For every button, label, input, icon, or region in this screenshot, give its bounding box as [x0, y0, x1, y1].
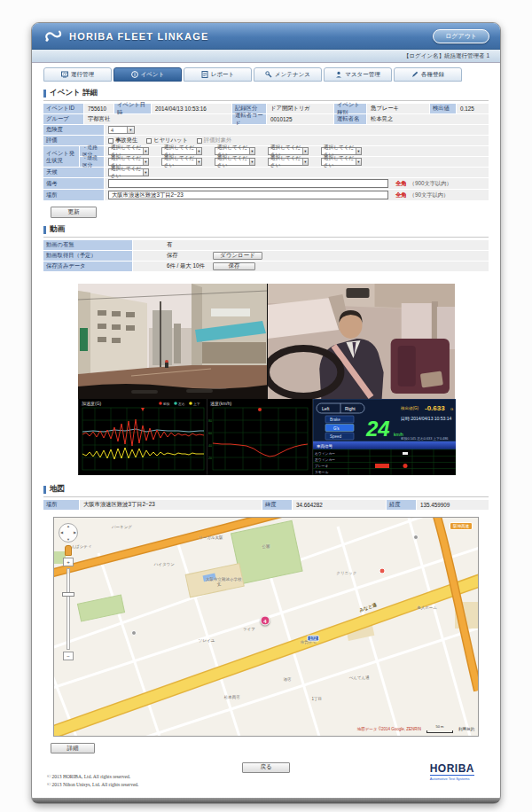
risk-select[interactable]: 4 ▾	[108, 126, 135, 134]
group-label: グループ	[43, 114, 83, 124]
map-pan-control[interactable]: ▲ ▼ ◀ ▶	[59, 523, 78, 543]
chevron-down-icon: ▾	[143, 148, 148, 154]
zoom-slider-handle[interactable]	[62, 592, 74, 597]
place-hint-em: 全角	[395, 191, 407, 199]
note-hint-em: 全角	[395, 180, 407, 188]
svg-text:20: 20	[208, 457, 212, 460]
pegman-control[interactable]	[65, 545, 72, 556]
video-availability-label: 動画の有無	[43, 240, 132, 250]
fleet-linkage-logo-icon	[43, 29, 64, 43]
highway-label: 阪神高速	[450, 522, 473, 530]
window-bottom-edge	[32, 798, 500, 803]
detail-button[interactable]: 詳細	[51, 743, 95, 753]
content: 運行管理 イベント レポート メンテナンス マスター管理 各種登録	[32, 63, 500, 795]
map-label: クリニック	[336, 570, 356, 574]
longitude-label: 経度	[387, 500, 416, 510]
download-button[interactable]: ダウンロード	[213, 252, 262, 260]
logout-button[interactable]: ログアウト	[433, 29, 489, 43]
driver-name-label: 運転者名	[334, 114, 366, 124]
checkbox-icon	[146, 138, 152, 144]
map-terms-link[interactable]: 利用規約	[458, 727, 474, 731]
longitude-value: 135.459909	[417, 500, 489, 510]
map-footer: 地図データ ©2014 Google, ZENRIN 50 m 利用規約	[357, 724, 474, 733]
pan-down-icon[interactable]: ▼	[66, 537, 70, 542]
signal-right-blinker: 右ウィンカー	[315, 451, 335, 456]
accel-graph-label: 加速度(G)	[82, 401, 102, 407]
svg-text:80: 80	[208, 419, 212, 423]
chevron-down-icon: ▾	[196, 159, 201, 165]
latitude-label: 緯度	[262, 500, 292, 510]
zoom-in-button[interactable]: +	[63, 558, 74, 566]
video-saved-value: 6件 / 最大 10件	[137, 262, 213, 270]
svg-text:40: 40	[208, 444, 212, 448]
detect-value-label: 検出値	[430, 104, 456, 113]
latitude-value: 34.664282	[293, 500, 386, 510]
signal-left-blinker: 左ウィンカー	[315, 457, 335, 462]
map-place-value: 大阪市浪速区難波3丁目2−23	[80, 500, 262, 510]
back-button[interactable]: 戻る	[242, 762, 290, 773]
event-map-marker[interactable]: 4	[261, 616, 270, 626]
copyright-horiba: © 2013 HORIBA, Ltd. All rights reserved.	[47, 773, 489, 782]
section-title: 動画	[50, 224, 65, 235]
speed-graph: 速度(km/h) 80 60 40 20	[207, 399, 312, 475]
chevron-down-icon: ▾	[302, 159, 308, 165]
acceleration-graph: 加速度(G) 前後 左右 上下	[78, 399, 207, 475]
street-scene-image	[78, 284, 268, 399]
chevron-down-icon: ▾	[127, 127, 134, 133]
record-type-value: ドア開閉トリガ	[267, 104, 333, 113]
tab-report[interactable]: レポート	[184, 67, 252, 82]
event-id-value: 755610	[84, 104, 113, 113]
gs-button[interactable]: G's	[333, 426, 340, 431]
update-button[interactable]: 更新	[51, 207, 97, 218]
env-type-sublabel: ・環境区分	[80, 157, 104, 167]
env-type-select-5[interactable]: 選択してください▾	[321, 158, 362, 166]
weather-select[interactable]: 選択してください▾	[108, 168, 149, 176]
chevron-down-icon: ▾	[249, 148, 254, 154]
video-row-acquisition: 動画取得日（予定） 保存 ダウンロード	[43, 251, 489, 261]
video-section-header: 動画	[43, 224, 489, 238]
video-row-saved: 保存済みデータ 6件 / 最大 10件 保存	[43, 262, 489, 271]
map-label: パーキング	[112, 524, 132, 528]
save-button[interactable]: 保存	[213, 262, 255, 270]
map-canvas[interactable]: 文 パーキング なんばシティ リーガル大阪 ハイタウン 大阪市立難波小学校 公園…	[53, 517, 479, 737]
tab-master-management[interactable]: マスター管理	[324, 67, 392, 82]
speed-button[interactable]: Speed	[330, 434, 342, 439]
tab-event[interactable]: イベント	[113, 67, 182, 82]
place-label: 場所	[43, 190, 104, 200]
driver-name-value: 松本晃之	[367, 114, 489, 124]
video-availability-value: 有	[137, 241, 213, 249]
tab-maintenance[interactable]: メンテナンス	[254, 67, 322, 82]
map-label: リーガル大阪	[199, 535, 223, 540]
map-label: ハイタウン	[154, 561, 175, 566]
tab-registration[interactable]: 各種登録	[394, 67, 462, 82]
env-type-select-3[interactable]: 選択してください▾	[215, 158, 255, 166]
right-indicator: Right	[345, 406, 356, 411]
place-row: 場所 全角 （90文字以内）	[43, 190, 489, 200]
front-camera-view	[78, 284, 268, 399]
env-type-select-2[interactable]: 選択してください▾	[161, 158, 202, 166]
tab-operation-management[interactable]: 運行管理	[43, 67, 112, 82]
zoom-out-button[interactable]: −	[63, 652, 74, 660]
event-type-label: イベント種別	[334, 104, 366, 113]
event-type-value: 急ブレーキ	[367, 104, 429, 113]
pan-left-icon[interactable]: ◀	[60, 530, 63, 535]
weather-row: 天候 選択してください▾	[43, 168, 489, 177]
video-player[interactable]: 加速度(G) 前後 左右 上下 速度(km	[78, 284, 455, 475]
place-input[interactable]	[108, 191, 388, 199]
section-title: イベント 詳細	[50, 88, 98, 98]
video-saved-label: 保存済みデータ	[43, 262, 132, 271]
pan-up-icon[interactable]: ▲	[66, 524, 70, 528]
detect-value-readout: -0.633	[425, 404, 445, 412]
pencil-icon	[411, 71, 419, 78]
env-type-select-4[interactable]: 選択してください▾	[268, 158, 309, 166]
pan-right-icon[interactable]: ▶	[74, 530, 76, 535]
brake-button[interactable]: Brake	[330, 418, 340, 422]
svg-text:前後: 前後	[163, 402, 170, 406]
event-row-2: グループ 宇都宮社 運転者コード 0010125 運転者名 松本晃之	[43, 114, 489, 124]
chevron-down-icon: ▾	[143, 159, 148, 165]
zoom-slider-track[interactable]	[66, 568, 70, 650]
event-section-header: イベント 詳細	[43, 88, 489, 101]
note-input[interactable]	[108, 179, 388, 188]
map-label: ソレイユ	[199, 637, 215, 642]
weather-label: 天候	[43, 168, 104, 177]
